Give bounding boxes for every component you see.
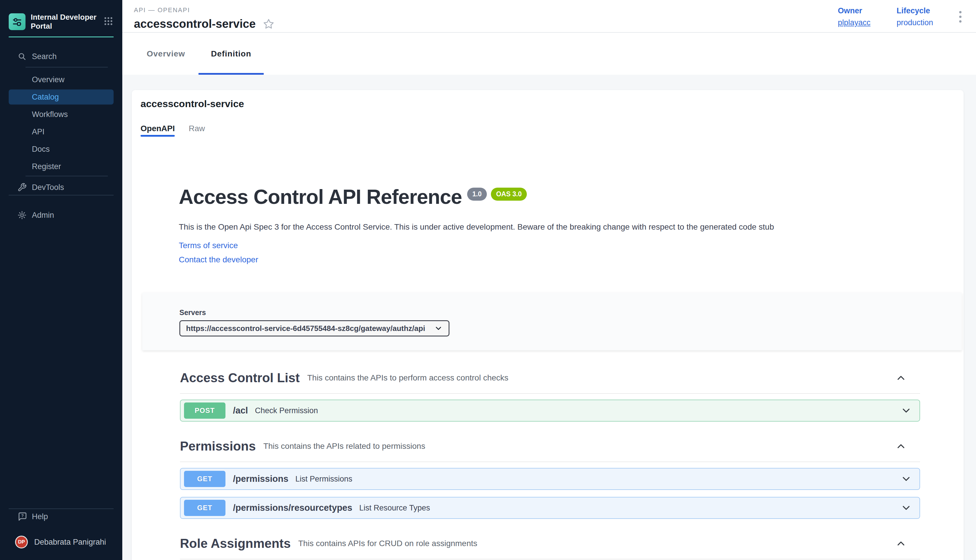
owner-label: Owner (838, 7, 871, 15)
section-access-control-list: Access Control List This contains the AP… (180, 371, 920, 422)
sidebar-item-label: Admin (32, 211, 54, 220)
subtab-raw[interactable]: Raw (189, 124, 205, 137)
sidebar-item-help[interactable]: ? Help (9, 509, 114, 524)
operation-get-permissions-resourcetypes[interactable]: GET /permissions/resourcetypes List Reso… (180, 497, 920, 519)
sidebar-item-label: Overview (32, 75, 65, 84)
definition-subtabs: OpenAPI Raw (140, 124, 964, 137)
sidebar-item-register[interactable]: Register (9, 159, 114, 174)
user-name: Debabrata Panigrahi (34, 538, 106, 547)
more-options-kebab-icon[interactable] (959, 11, 961, 23)
owner-meta: Owner plplayacc (838, 7, 871, 27)
api-info: Access Control API Reference 1.0 OAS 3.0… (179, 185, 964, 264)
sidebar-item-label: Workflows (32, 110, 68, 119)
operation-post-acl[interactable]: POST /acl Check Permission (180, 400, 920, 422)
wrench-icon (17, 183, 27, 192)
sidebar-item-label: API (32, 127, 45, 137)
contact-developer-link[interactable]: Contact the developer (179, 255, 964, 264)
servers-panel: Servers https://accesscontrol-service-6d… (142, 293, 962, 350)
operation-summary: List Resource Types (359, 503, 430, 513)
sidebar-item-workflows[interactable]: Workflows (9, 107, 114, 122)
section-title: Access Control List (180, 371, 300, 385)
sidebar-item-api[interactable]: API (9, 124, 114, 139)
sidebar-item-docs[interactable]: Docs (9, 142, 114, 157)
expand-chevron-down-icon[interactable] (900, 502, 912, 514)
avatar: DP (15, 536, 28, 548)
tab-definition[interactable]: Definition (199, 33, 264, 75)
lifecycle-label: Lifecycle (897, 7, 933, 15)
brand: Internal Developer Portal (0, 0, 122, 31)
page-content: accesscontrol-service OpenAPI Raw Access… (122, 75, 976, 560)
section-description: This contains APIs for CRUD on role assi… (298, 539, 477, 548)
sidebar-item-devtools[interactable]: DevTools (9, 180, 114, 195)
api-description: This is the Open Api Spec 3 for the Acce… (179, 222, 816, 232)
expand-chevron-down-icon[interactable] (900, 405, 912, 417)
app-root: Internal Developer Portal Search (0, 0, 976, 560)
page-header-left: API — OPENAPI accesscontrol-service (134, 0, 838, 32)
sidebar-item-label: Catalog (32, 93, 59, 102)
section-description: This contains the APIs related to permis… (263, 442, 425, 451)
sidebar-item-label: Help (32, 512, 48, 521)
server-url: https://accesscontrol-service-6d45755484… (186, 324, 425, 333)
api-title: Access Control API Reference (179, 185, 462, 208)
lifecycle-meta: Lifecycle production (897, 7, 933, 27)
operation-get-permissions[interactable]: GET /permissions List Permissions (180, 468, 920, 490)
page-title: accesscontrol-service (134, 17, 256, 30)
sidebar-item-overview[interactable]: Overview (9, 72, 114, 87)
sidebar-item-admin[interactable]: Admin (9, 208, 114, 223)
sidebar-divider (25, 176, 108, 176)
definition-card: accesscontrol-service OpenAPI Raw Access… (132, 90, 964, 560)
operation-path: /acl (233, 405, 248, 416)
sidebar-divider (25, 67, 108, 67)
section-permissions: Permissions This contains the APIs relat… (180, 439, 920, 519)
page-header: API — OPENAPI accesscontrol-service Owne… (122, 0, 976, 33)
favorite-star-icon[interactable] (263, 18, 274, 30)
svg-text:?: ? (21, 513, 24, 518)
chevron-down-icon (434, 324, 443, 333)
gear-icon (17, 210, 27, 220)
sidebar-item-search[interactable]: Search (9, 49, 114, 64)
sidebar-spacer (0, 223, 122, 508)
method-badge: GET (184, 500, 226, 516)
sidebar-item-label: DevTools (32, 183, 64, 192)
section-title: Permissions (180, 439, 256, 453)
search-icon (17, 52, 27, 61)
section-header[interactable]: Role Assignments This contains APIs for … (180, 536, 920, 559)
operation-summary: Check Permission (255, 406, 318, 415)
collapse-chevron-up-icon[interactable] (895, 372, 907, 384)
collapse-chevron-up-icon[interactable] (895, 440, 907, 452)
portal-title: Internal Developer Portal (31, 13, 102, 31)
sidebar-divider (9, 195, 114, 195)
breadcrumb: API — OPENAPI (134, 7, 838, 14)
subtab-openapi[interactable]: OpenAPI (140, 124, 175, 137)
sidebar-item-label: Register (32, 162, 61, 171)
section-header[interactable]: Permissions This contains the APIs relat… (180, 439, 920, 462)
servers-label: Servers (179, 308, 962, 317)
oas-badge: OAS 3.0 (491, 188, 527, 201)
card-title: accesscontrol-service (132, 90, 964, 110)
owner-link[interactable]: plplayacc (838, 18, 871, 27)
tab-overview[interactable]: Overview (133, 33, 199, 75)
expand-chevron-down-icon[interactable] (900, 473, 912, 485)
api-sections: Access Control List This contains the AP… (180, 371, 920, 560)
apps-grid-icon[interactable] (103, 16, 114, 28)
sidebar: Internal Developer Portal Search (0, 0, 122, 560)
section-header[interactable]: Access Control List This contains the AP… (180, 371, 920, 394)
main-area: API — OPENAPI accesscontrol-service Owne… (122, 0, 976, 560)
operation-path: /permissions/resourcetypes (233, 503, 353, 513)
page-header-right: Owner plplayacc Lifecycle production (838, 0, 964, 32)
server-select[interactable]: https://accesscontrol-service-6d45755484… (179, 320, 450, 337)
lifecycle-value: production (897, 18, 933, 27)
help-chat-icon: ? (17, 512, 27, 522)
sidebar-item-catalog[interactable]: Catalog (9, 90, 114, 105)
section-role-assignments: Role Assignments This contains APIs for … (180, 536, 920, 560)
sidebar-nav-list: Overview Catalog Workflows API Docs Regi… (0, 70, 122, 174)
collapse-chevron-up-icon[interactable] (895, 538, 907, 549)
sidebar-item-label: Search (32, 52, 57, 61)
portal-logo-icon (9, 13, 25, 30)
version-badge: 1.0 (467, 188, 487, 201)
entity-tabbar: Overview Definition (122, 33, 976, 75)
sidebar-user[interactable]: DP Debabrata Panigrahi (9, 536, 114, 548)
terms-of-service-link[interactable]: Terms of service (179, 241, 964, 250)
section-description: This contains the APIs to perform access… (307, 373, 508, 383)
operation-path: /permissions (233, 474, 288, 484)
